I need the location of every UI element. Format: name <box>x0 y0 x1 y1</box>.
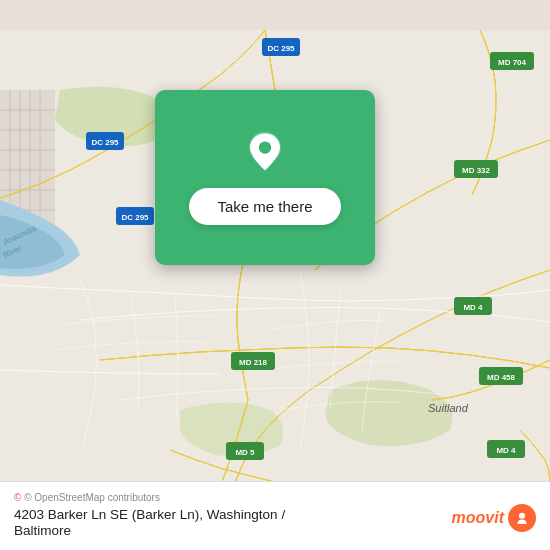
svg-text:MD 218: MD 218 <box>239 358 268 367</box>
svg-text:Suitland: Suitland <box>428 402 469 414</box>
svg-text:MD 5: MD 5 <box>235 448 255 457</box>
city-line: Baltimore <box>14 523 71 538</box>
svg-point-39 <box>519 513 525 519</box>
location-popup: Take me there <box>155 90 375 265</box>
svg-text:MD 458: MD 458 <box>487 373 516 382</box>
location-pin-icon <box>243 130 287 174</box>
copyright-line: © © OpenStreetMap contributors <box>14 492 536 503</box>
bottom-info-bar: © © OpenStreetMap contributors 4203 Bark… <box>0 481 550 550</box>
map-svg: Anacostia River <box>0 0 550 550</box>
moovit-text: moovit <box>452 509 504 527</box>
svg-text:MD 332: MD 332 <box>462 166 491 175</box>
svg-text:DC 295: DC 295 <box>267 44 295 53</box>
svg-text:DC 295: DC 295 <box>121 213 149 222</box>
copyright-symbol: © <box>14 492 21 503</box>
svg-text:DC 295: DC 295 <box>91 138 119 147</box>
moovit-icon <box>508 504 536 532</box>
moovit-logo: moovit <box>452 504 536 532</box>
copyright-text: © OpenStreetMap contributors <box>24 492 160 503</box>
svg-text:MD 4: MD 4 <box>463 303 483 312</box>
svg-point-38 <box>259 141 271 153</box>
map-container: Anacostia River <box>0 0 550 550</box>
svg-text:MD 704: MD 704 <box>498 58 527 67</box>
svg-text:MD 4: MD 4 <box>496 446 516 455</box>
take-me-there-button[interactable]: Take me there <box>189 188 340 225</box>
